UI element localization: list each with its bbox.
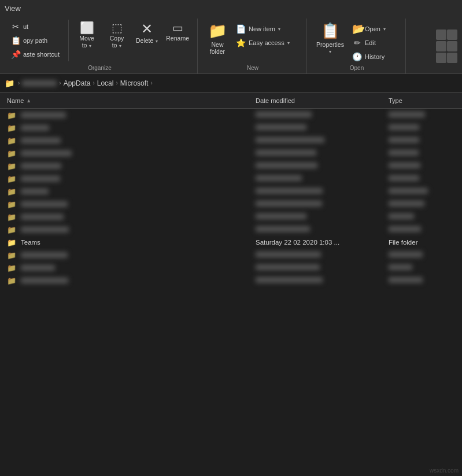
view-btn-2[interactable] [447, 29, 457, 40]
sort-arrow-name: ▲ [26, 98, 31, 104]
column-header-name[interactable]: Name ▲ [2, 97, 251, 104]
properties-icon: 📋 [321, 22, 339, 40]
new-item-button[interactable]: 📄 New item ▾ [232, 22, 302, 36]
view-btn-pair-2 [436, 41, 457, 51]
breadcrumb-chevron-4: › [116, 80, 117, 86]
column-header-date[interactable]: Date modified [251, 97, 384, 104]
open-button[interactable]: 📂 Open ▾ [349, 22, 401, 36]
table-row[interactable]: 📁blurred6blurred dateblurred [0, 172, 462, 185]
new-item-label: New item [249, 25, 275, 32]
file-name-cell: 📁blurred12 [2, 264, 251, 272]
table-row[interactable]: 📁blurred3blurred dateblurred [0, 134, 462, 147]
view-btn-3[interactable] [436, 41, 446, 51]
copy-path-icon: 📋 [10, 36, 21, 45]
breadcrumb-local[interactable]: Local [97, 79, 114, 87]
easy-access-icon: ⭐ [236, 38, 246, 47]
open-icon: 📂 [352, 23, 363, 35]
breadcrumb-chevron-2: › [59, 80, 61, 86]
file-folder-icon: 📁 [7, 162, 16, 171]
view-toggle-group [436, 19, 460, 73]
file-date-cell: blurred date [251, 175, 384, 182]
delete-button[interactable]: ✕ Delete ▾ [132, 20, 161, 46]
file-folder-icon: 📁 [7, 251, 16, 260]
table-row[interactable]: 📁blurred4blurred dateblurred [0, 147, 462, 160]
view-btn-5[interactable] [436, 53, 446, 63]
rename-button[interactable]: ▭ Rename [162, 20, 193, 44]
file-name-cell: 📁blurred8 [2, 200, 251, 209]
copy-path-button[interactable]: 📋 opy path [7, 34, 65, 47]
easy-access-button[interactable]: ⭐ Easy access ▾ [232, 36, 302, 50]
breadcrumb-chevron-1: › [18, 80, 20, 86]
file-date-cell: Saturday 22 02 2020 1:03 ... [251, 239, 384, 246]
view-buttons [436, 29, 457, 63]
file-type-cell: blurred [384, 226, 460, 233]
view-btn-1[interactable] [436, 29, 446, 40]
file-type-cell: blurred [384, 137, 460, 144]
properties-button[interactable]: 📋 Properties ▾ [313, 20, 348, 57]
file-type-cell: blurred [384, 252, 460, 259]
file-type-cell: blurred [384, 201, 460, 208]
delete-icon: ✕ [141, 22, 153, 36]
breadcrumb-appdata[interactable]: AppData [64, 79, 91, 87]
edit-label: Edit [365, 39, 376, 46]
new-small-group: 📄 New item ▾ ⭐ Easy access ▾ [232, 22, 302, 50]
table-row[interactable]: 📁blurred11blurred dateblurred [0, 249, 462, 261]
paste-shortcut-button[interactable]: 📌 aste shortcut [7, 47, 65, 61]
view-label: View [5, 4, 21, 13]
table-row[interactable]: 📁blurred1blurred dateblurred [0, 109, 462, 121]
breadcrumb-chevron-5: › [150, 80, 152, 86]
file-folder-icon: 📁 [7, 213, 16, 222]
ribbon-group-open: 📋 Properties ▾ 📂 Open ▾ ✏ Edit [308, 19, 406, 73]
new-item-arrow: ▾ [278, 27, 280, 32]
rename-icon: ▭ [172, 22, 183, 34]
file-folder-icon: 📁 [7, 136, 16, 145]
copy-path-label: opy path [23, 37, 47, 44]
table-row[interactable]: 📁blurred13blurred dateblurred [0, 274, 462, 287]
table-row[interactable]: 📁TeamsSaturday 22 02 2020 1:03 ...File f… [0, 236, 462, 249]
rename-label: Rename [166, 35, 189, 42]
file-date-cell: blurred date [251, 124, 384, 131]
move-to-label: Moveto ▾ [79, 35, 94, 49]
file-folder-icon: 📁 [7, 238, 16, 247]
copy-to-label: Copyto ▾ [110, 35, 124, 49]
cut-button[interactable]: ✂ ut [7, 20, 65, 34]
new-folder-button[interactable]: 📁 Newfolder [204, 20, 231, 57]
column-header-type[interactable]: Type [384, 97, 460, 104]
ribbon-row: ✂ ut 📋 opy path 📌 aste shortcut [0, 19, 462, 73]
new-buttons: 📁 Newfolder 📄 New item ▾ ⭐ Easy access ▾ [204, 20, 302, 64]
table-row[interactable]: 📁blurred10blurred dateblurred [0, 223, 462, 236]
history-icon: 🕐 [352, 52, 363, 61]
properties-arrow: ▾ [329, 49, 331, 54]
breadcrumb-bar: 📁 › › AppData › Local › Microsoft › [0, 74, 462, 93]
copy-to-button[interactable]: ⬚ Copyto ▾ [102, 20, 131, 51]
file-type-cell: blurred [384, 124, 460, 131]
move-to-icon: ⬜ [80, 22, 94, 34]
watermark: wsxdn.com [430, 467, 459, 474]
table-row[interactable]: 📁blurred8blurred dateblurred [0, 198, 462, 211]
cut-label: ut [23, 23, 28, 30]
view-btn-pair-3 [436, 53, 457, 63]
table-row[interactable]: 📁blurred5blurred dateblurred [0, 160, 462, 172]
table-row[interactable]: 📁blurred9blurred dateblurred [0, 211, 462, 223]
history-button[interactable]: 🕐 History [349, 50, 401, 64]
move-to-button[interactable]: ⬜ Moveto ▾ [72, 20, 101, 51]
breadcrumb-chevron-3: › [93, 80, 94, 86]
breadcrumb-microsoft[interactable]: Microsoft [120, 79, 149, 87]
breadcrumb-user[interactable] [22, 80, 57, 86]
table-row[interactable]: 📁blurred7blurred dateblurred [0, 185, 462, 198]
edit-button[interactable]: ✏ Edit [349, 36, 401, 50]
file-folder-icon: 📁 [7, 149, 16, 158]
new-item-icon: 📄 [236, 24, 246, 34]
file-date-cell: blurred date [251, 252, 384, 259]
view-btn-6[interactable] [447, 53, 457, 63]
file-folder-icon: 📁 [7, 175, 16, 183]
easy-access-arrow: ▾ [287, 40, 290, 46]
table-row[interactable]: 📁blurred2blurred dateblurred [0, 121, 462, 134]
file-date-cell: blurred date [251, 188, 384, 195]
file-date-cell: blurred date [251, 201, 384, 208]
copy-to-icon: ⬚ [112, 22, 123, 34]
table-row[interactable]: 📁blurred12blurred dateblurred [0, 261, 462, 274]
view-btn-4[interactable] [447, 41, 457, 51]
file-date-cell: blurred date [251, 163, 384, 169]
file-folder-icon: 📁 [7, 264, 16, 272]
